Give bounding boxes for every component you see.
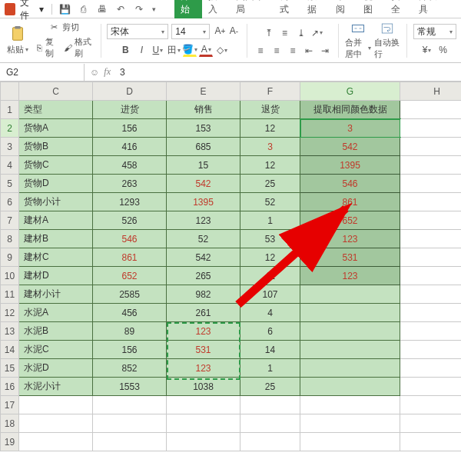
formula-input[interactable]: 3 bbox=[115, 67, 461, 78]
cell[interactable]: 41 bbox=[240, 267, 300, 285]
cell[interactable]: 1395 bbox=[300, 156, 400, 175]
row-header-5[interactable]: 5 bbox=[1, 175, 19, 193]
cell[interactable]: 2585 bbox=[93, 285, 167, 304]
cell[interactable] bbox=[400, 119, 462, 138]
currency-button[interactable]: ¥▾ bbox=[420, 43, 434, 57]
select-all-corner[interactable] bbox=[1, 82, 19, 101]
cell[interactable]: 982 bbox=[167, 285, 240, 304]
cell[interactable]: 52 bbox=[167, 230, 240, 248]
ribbon-tab-2[interactable]: 页面布局 bbox=[230, 0, 274, 18]
cell[interactable]: 53 bbox=[240, 230, 300, 248]
row-header-7[interactable]: 7 bbox=[1, 211, 19, 230]
cell[interactable]: 水泥小计 bbox=[19, 378, 93, 396]
row-header-6[interactable]: 6 bbox=[1, 193, 19, 211]
row-header-12[interactable]: 12 bbox=[1, 304, 19, 322]
cell[interactable] bbox=[400, 230, 462, 248]
align-top-button[interactable]: ⤒ bbox=[262, 26, 276, 40]
col-header-C[interactable]: C bbox=[19, 82, 93, 101]
cell[interactable]: 退货 bbox=[240, 101, 300, 119]
cell[interactable]: 261 bbox=[167, 304, 240, 322]
font-name-select[interactable]: 宋体▾ bbox=[107, 24, 168, 39]
cell[interactable]: 456 bbox=[93, 304, 167, 322]
ribbon-tab-8[interactable]: 开发工具 bbox=[413, 0, 456, 18]
bold-button[interactable]: B bbox=[118, 43, 132, 57]
cell[interactable]: 6 bbox=[240, 322, 300, 341]
cell[interactable]: 531 bbox=[167, 341, 240, 359]
cut-button[interactable]: ✂剪切 bbox=[48, 21, 81, 34]
decrease-font-button[interactable]: A- bbox=[227, 24, 240, 38]
cell[interactable] bbox=[93, 396, 167, 414]
indent-decrease-button[interactable]: ⇤ bbox=[302, 44, 316, 58]
cell[interactable]: 货物D bbox=[19, 175, 93, 193]
cell[interactable]: 水泥A bbox=[19, 304, 93, 322]
name-box[interactable]: G2 bbox=[0, 64, 85, 81]
cell[interactable]: 📋 bbox=[400, 285, 462, 304]
cell[interactable] bbox=[300, 414, 400, 433]
cell[interactable]: 14 bbox=[240, 341, 300, 359]
align-right-button[interactable]: ≡ bbox=[286, 44, 300, 58]
cell[interactable]: 542 bbox=[167, 248, 240, 267]
ribbon-tab-5[interactable]: 审阅 bbox=[330, 0, 357, 18]
ribbon-tab-6[interactable]: 视图 bbox=[357, 0, 385, 18]
cell[interactable]: 3 bbox=[300, 119, 400, 138]
paste-button[interactable]: 粘贴▾ bbox=[5, 22, 31, 60]
cell[interactable]: 12 bbox=[240, 248, 300, 267]
cell[interactable]: 153 bbox=[167, 119, 240, 138]
redo-icon[interactable]: ↷ bbox=[134, 4, 144, 15]
cell[interactable] bbox=[400, 304, 462, 322]
cell[interactable] bbox=[300, 304, 400, 322]
row-header-18[interactable]: 18 bbox=[1, 414, 19, 433]
qat-more-icon[interactable]: ▾ bbox=[152, 5, 156, 13]
row-header-16[interactable]: 16 bbox=[1, 378, 19, 396]
col-header-E[interactable]: E bbox=[167, 82, 240, 101]
cell[interactable] bbox=[240, 433, 300, 451]
cell[interactable]: 652 bbox=[93, 267, 167, 285]
format-painter-button[interactable]: 🖌格式刷 bbox=[62, 35, 94, 60]
increase-font-button[interactable]: A+ bbox=[213, 24, 227, 38]
cell[interactable]: 1038 bbox=[167, 378, 240, 396]
cell[interactable] bbox=[400, 175, 462, 193]
row-header-15[interactable]: 15 bbox=[1, 359, 19, 378]
cell[interactable]: 销售 bbox=[167, 101, 240, 119]
cell[interactable]: 156 bbox=[93, 119, 167, 138]
cell[interactable]: 546 bbox=[93, 230, 167, 248]
cell[interactable]: 建材小计 bbox=[19, 285, 93, 304]
borders-button[interactable]: 田▾ bbox=[167, 43, 181, 57]
row-header-13[interactable]: 13 bbox=[1, 322, 19, 341]
cell[interactable]: 156 bbox=[93, 341, 167, 359]
cell[interactable]: 546 bbox=[300, 175, 400, 193]
spreadsheet-grid[interactable]: CDEFGH1类型进货销售退货提取相同颜色数据2货物A1561531233货物B… bbox=[0, 82, 461, 476]
cell[interactable]: 1395 bbox=[167, 193, 240, 211]
col-header-F[interactable]: F bbox=[240, 82, 300, 101]
underline-button[interactable]: U▾ bbox=[151, 43, 164, 57]
row-header-4[interactable]: 4 bbox=[1, 156, 19, 175]
percent-button[interactable]: % bbox=[436, 43, 450, 57]
cell[interactable]: 25 bbox=[240, 175, 300, 193]
cell[interactable]: 542 bbox=[300, 138, 400, 156]
cell[interactable]: 123 bbox=[300, 267, 400, 285]
cell[interactable] bbox=[400, 433, 462, 451]
align-center-button[interactable]: ≡ bbox=[270, 44, 284, 58]
cell[interactable]: 123 bbox=[167, 322, 240, 341]
print-icon[interactable]: 🖶 bbox=[97, 4, 108, 15]
cell[interactable] bbox=[400, 248, 462, 267]
cell[interactable]: 107 bbox=[240, 285, 300, 304]
cell[interactable]: 4 bbox=[240, 304, 300, 322]
cell[interactable] bbox=[300, 359, 400, 378]
cell[interactable] bbox=[400, 322, 462, 341]
cell[interactable]: 652 bbox=[300, 211, 400, 230]
cell[interactable] bbox=[400, 267, 462, 285]
row-header-14[interactable]: 14 bbox=[1, 341, 19, 359]
cell[interactable]: 416 bbox=[93, 138, 167, 156]
save-icon[interactable]: 💾 bbox=[60, 4, 71, 15]
col-header-G[interactable]: G bbox=[300, 82, 400, 101]
row-header-11[interactable]: 11 bbox=[1, 285, 19, 304]
row-header-3[interactable]: 3 bbox=[1, 138, 19, 156]
merge-center-button[interactable]: 合并居中▾ bbox=[345, 22, 371, 60]
undo-icon[interactable]: ↶ bbox=[115, 4, 126, 15]
align-bottom-button[interactable]: ⤓ bbox=[294, 26, 308, 40]
cell[interactable]: 货物A bbox=[19, 119, 93, 138]
cell[interactable]: 提取相同颜色数据 bbox=[300, 101, 400, 119]
cell[interactable] bbox=[400, 211, 462, 230]
cell[interactable]: 1293 bbox=[93, 193, 167, 211]
